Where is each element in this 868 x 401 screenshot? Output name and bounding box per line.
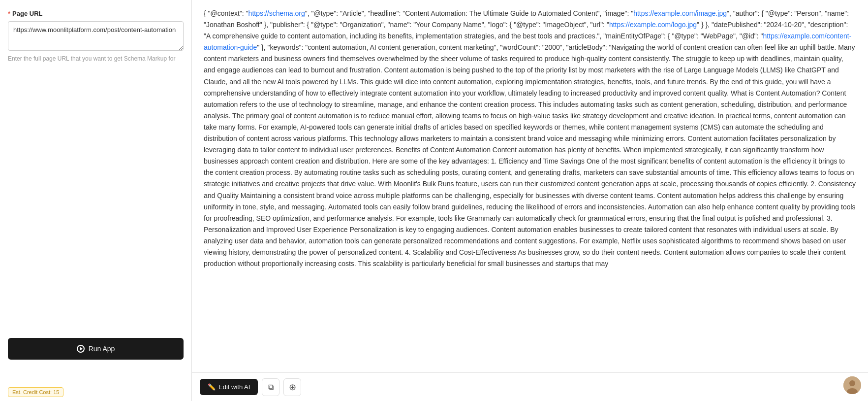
field-hint: Enter the full page URL that you want to…	[8, 55, 184, 63]
run-app-label: Run App	[89, 345, 115, 353]
field-label: * Page URL	[8, 10, 184, 17]
copy-icon: ⧉	[268, 383, 274, 392]
left-panel: * Page URL https://www.moonlitplatform.c…	[0, 0, 192, 401]
right-panel: { "@context": "https://schema.org", "@ty…	[192, 0, 868, 401]
schema-org-link[interactable]: https://schema.org	[248, 9, 305, 17]
pencil-icon: ✏️	[208, 383, 216, 391]
copy-button[interactable]: ⧉	[262, 378, 279, 396]
url-input[interactable]: https://www.moonlitplatform.com/post/con…	[8, 21, 184, 51]
bottom-toolbar: ✏️ Edit with AI ⧉ ⊕	[192, 372, 868, 401]
schema-json-content: { "@context": "https://schema.org", "@ty…	[204, 8, 856, 269]
edit-with-ai-button[interactable]: ✏️ Edit with AI	[200, 379, 258, 395]
content-automation-guide-link[interactable]: https://example.com/content-automation-g…	[204, 32, 851, 51]
run-app-button[interactable]: Run App	[8, 338, 184, 360]
avatar	[843, 376, 861, 394]
run-icon	[77, 345, 85, 353]
field-label-text: Page URL	[12, 10, 42, 17]
credit-badge: Est. Credit Cost: 15	[8, 387, 63, 397]
edit-with-ai-label: Edit with AI	[218, 383, 250, 391]
wordpress-button[interactable]: ⊕	[283, 378, 301, 396]
content-area: { "@context": "https://schema.org", "@ty…	[192, 0, 868, 401]
example-image-link[interactable]: https://example.com/image.jpg	[633, 9, 727, 17]
svg-point-1	[849, 380, 855, 386]
required-star: *	[8, 10, 10, 17]
wordpress-icon: ⊕	[289, 382, 296, 393]
example-logo-link[interactable]: https://example.com/logo.jpg	[609, 21, 697, 29]
